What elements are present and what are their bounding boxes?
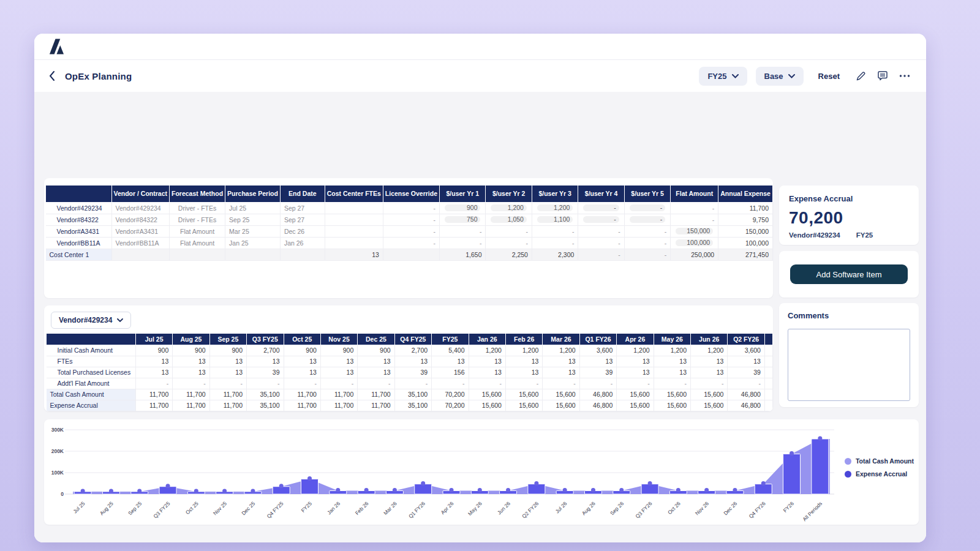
row-header[interactable]: Cost Center 1 bbox=[46, 249, 112, 260]
row-header[interactable]: Total Cash Amount bbox=[47, 389, 136, 400]
grid-cell[interactable]: - bbox=[383, 225, 439, 237]
reset-button[interactable]: Reset bbox=[818, 72, 840, 81]
grid-cell[interactable]: 2,700 bbox=[247, 345, 284, 356]
grid-cell[interactable]: - bbox=[440, 237, 486, 249]
add-software-item-button[interactable]: Add Software Item bbox=[790, 264, 908, 284]
grid-cell[interactable]: 15,600 bbox=[654, 389, 690, 400]
grid-cell[interactable]: 35,100 bbox=[247, 389, 284, 400]
grid-cell[interactable]: - bbox=[173, 378, 209, 389]
grid-cell[interactable]: - bbox=[578, 249, 624, 260]
grid-cell[interactable]: 900 bbox=[209, 345, 246, 356]
more-options-button[interactable] bbox=[898, 73, 911, 79]
grid-cell[interactable]: - bbox=[486, 237, 532, 249]
grid-cell[interactable]: 39 bbox=[728, 367, 765, 378]
grid-cell[interactable]: Jul 25 bbox=[225, 202, 281, 214]
editable-cell[interactable]: 750 bbox=[440, 214, 486, 225]
grid-cell[interactable]: - bbox=[532, 225, 578, 237]
grid-cell[interactable]: 900 bbox=[358, 345, 394, 356]
grid-cell[interactable]: 900 bbox=[135, 345, 172, 356]
editable-cell[interactable]: - bbox=[578, 202, 624, 214]
grid-cell[interactable] bbox=[280, 249, 325, 260]
grid-cell[interactable]: Driver - FTEs bbox=[170, 202, 225, 214]
grid-cell[interactable]: - bbox=[209, 378, 246, 389]
grid-cell[interactable]: Driver - FTEs bbox=[170, 214, 225, 225]
grid-cell[interactable]: Vendor#429234 bbox=[111, 202, 170, 214]
editable-cell[interactable]: 1,100 bbox=[532, 214, 578, 225]
grid-cell[interactable] bbox=[325, 202, 383, 214]
grid-cell[interactable]: 156 bbox=[432, 367, 469, 378]
grid-cell[interactable] bbox=[325, 214, 383, 225]
grid-cell[interactable]: 13 bbox=[505, 356, 542, 367]
grid-cell[interactable]: 2,700 bbox=[394, 345, 432, 356]
grid-cell[interactable]: - bbox=[617, 378, 654, 389]
grid-cell[interactable]: 11,700 bbox=[284, 400, 320, 411]
grid-cell[interactable]: - bbox=[383, 237, 439, 249]
vendor-selector-dropdown[interactable]: Vendor#429234 bbox=[51, 312, 131, 329]
grid-cell[interactable]: 15,600 bbox=[469, 400, 505, 411]
grid-cell[interactable]: 13 bbox=[691, 367, 728, 378]
grid-cell[interactable]: 13 bbox=[617, 356, 654, 367]
grid-cell[interactable]: 11,700 bbox=[320, 400, 357, 411]
grid-cell[interactable]: 46,800 bbox=[728, 389, 765, 400]
grid-cell[interactable]: - bbox=[671, 202, 718, 214]
editable-cell[interactable]: - bbox=[624, 214, 670, 225]
grid-cell[interactable]: - bbox=[654, 378, 690, 389]
grid-cell[interactable] bbox=[325, 225, 383, 237]
row-header[interactable]: Total Purchased Licenses bbox=[47, 367, 136, 378]
version-dropdown[interactable]: Base bbox=[756, 67, 804, 86]
grid-cell[interactable]: Sep 27 bbox=[280, 214, 325, 225]
grid-cell[interactable]: 35,100 bbox=[394, 389, 432, 400]
grid-cell[interactable]: Vendor#84322 bbox=[111, 214, 170, 225]
grid-cell[interactable]: 39 bbox=[579, 367, 617, 378]
grid-cell[interactable] bbox=[111, 249, 170, 260]
grid-cell[interactable]: - bbox=[578, 225, 624, 237]
grid-cell[interactable]: 11,700 bbox=[320, 389, 357, 400]
grid-cell[interactable]: 100,000 bbox=[718, 237, 773, 249]
grid-cell[interactable]: - bbox=[383, 202, 439, 214]
grid-cell[interactable]: - bbox=[691, 378, 728, 389]
grid-cell[interactable]: 1,200 bbox=[691, 345, 728, 356]
editable-cell[interactable]: 150,000 bbox=[671, 225, 718, 237]
grid-cell[interactable]: 35,100 bbox=[394, 400, 432, 411]
grid-cell[interactable]: 13 bbox=[320, 367, 357, 378]
grid-cell[interactable]: 900 bbox=[173, 345, 209, 356]
grid-cell[interactable]: 1,200 bbox=[469, 345, 505, 356]
edit-button[interactable] bbox=[854, 70, 867, 83]
grid-cell[interactable]: 13 bbox=[173, 356, 209, 367]
grid-cell[interactable]: 13 bbox=[505, 367, 542, 378]
back-button[interactable] bbox=[49, 70, 60, 81]
row-header[interactable]: Addt'l Flat Amount bbox=[47, 378, 136, 389]
grid-cell[interactable]: 3,600 bbox=[728, 345, 765, 356]
grid-cell[interactable]: - bbox=[624, 237, 670, 249]
row-header[interactable]: Vendor#429234 bbox=[46, 202, 112, 214]
grid-cell[interactable]: 9,750 bbox=[718, 214, 773, 225]
grid-cell[interactable]: 13 bbox=[654, 367, 690, 378]
grid-cell[interactable]: - bbox=[486, 225, 532, 237]
grid-cell[interactable]: 13 bbox=[432, 356, 469, 367]
grid-cell[interactable]: 1,200 bbox=[505, 345, 542, 356]
grid-cell[interactable]: 11,700 bbox=[173, 400, 209, 411]
period-dropdown[interactable]: FY25 bbox=[699, 67, 747, 86]
grid-cell[interactable]: 13 bbox=[247, 356, 284, 367]
grid-cell[interactable]: 1,200 bbox=[654, 345, 690, 356]
grid-cell[interactable]: 13 bbox=[358, 367, 394, 378]
grid-cell[interactable]: - bbox=[671, 214, 718, 225]
grid-cell[interactable]: 13 bbox=[135, 367, 172, 378]
grid-cell[interactable]: 39 bbox=[247, 367, 284, 378]
grid-cell[interactable]: Flat Amount bbox=[170, 225, 225, 237]
grid-cell[interactable]: 15,600 bbox=[543, 389, 579, 400]
anaplan-logo-icon[interactable] bbox=[48, 38, 64, 55]
grid-cell[interactable]: - bbox=[135, 378, 172, 389]
grid-cell[interactable]: - bbox=[624, 249, 670, 260]
grid-cell[interactable]: 271,450 bbox=[718, 249, 773, 260]
grid-cell[interactable]: 11,700 bbox=[284, 389, 320, 400]
grid-cell[interactable]: Sep 27 bbox=[280, 202, 325, 214]
grid-cell[interactable]: 13 bbox=[209, 367, 246, 378]
grid-cell[interactable]: 13 bbox=[579, 356, 617, 367]
grid-cell[interactable]: - bbox=[579, 378, 617, 389]
grid-cell[interactable]: 15,600 bbox=[691, 400, 728, 411]
grid-cell[interactable]: - bbox=[383, 214, 439, 225]
grid-cell[interactable]: - bbox=[469, 378, 505, 389]
grid-cell[interactable]: 70,200 bbox=[432, 389, 469, 400]
grid-cell[interactable]: 900 bbox=[284, 345, 320, 356]
